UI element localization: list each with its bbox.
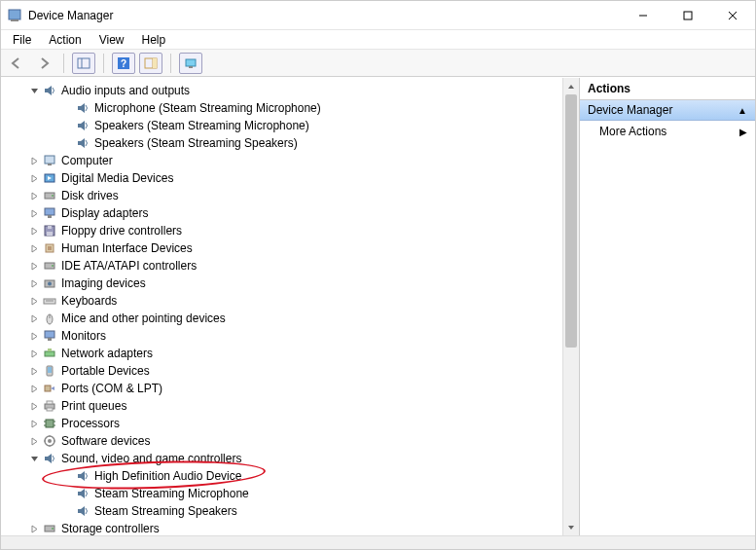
tree-category-16[interactable]: Software devices (7, 432, 562, 450)
tree-item-sound-2[interactable]: Steam Streaming Speakers (7, 502, 562, 520)
disk-icon (42, 521, 57, 535)
tree-item-label: Speakers (Steam Streaming Speakers) (94, 136, 298, 150)
show-hide-console-tree-button[interactable] (72, 53, 95, 74)
tree-category-sound[interactable]: Sound, video and game controllers (7, 450, 562, 467)
tree-category-13[interactable]: Ports (COM & LPT) (7, 380, 562, 397)
expand-icon (28, 209, 40, 218)
expand-icon (28, 420, 40, 428)
scroll-track[interactable] (563, 94, 579, 519)
tree-item-label: Floppy drive controllers (61, 224, 182, 238)
actions-pane: Actions Device Manager ▲ More Actions ▶ (580, 78, 755, 535)
scroll-up-button[interactable] (563, 78, 579, 94)
tree-category-audio[interactable]: Audio inputs and outputs (7, 82, 562, 99)
show-hide-action-pane-button[interactable] (139, 53, 162, 74)
window-title: Device Manager (28, 9, 113, 22)
tree-category-15[interactable]: Processors (7, 415, 562, 432)
speaker-icon (75, 118, 90, 133)
device-tree-pane: Audio inputs and outputsMicrophone (Stea… (1, 78, 580, 535)
tree-item-audio-0[interactable]: Microphone (Steam Streaming Microphone) (7, 99, 562, 117)
tree-item-label: High Definition Audio Device (94, 469, 241, 483)
toolbar-separator (103, 54, 104, 73)
tree-category-8[interactable]: Keyboards (7, 292, 562, 310)
network-icon (42, 346, 57, 361)
svg-rect-13 (186, 59, 196, 66)
tree-item-sound-0[interactable]: High Definition Audio Device (7, 467, 562, 485)
software-icon (42, 433, 57, 449)
tree-item-label: Imaging devices (61, 276, 146, 290)
tree-category-storage[interactable]: Storage controllers (7, 520, 562, 535)
vertical-scrollbar[interactable] (562, 78, 579, 535)
forward-button[interactable] (32, 53, 55, 74)
expand-icon (28, 385, 40, 393)
menu-action[interactable]: Action (41, 31, 89, 49)
actions-section-device-manager[interactable]: Device Manager ▲ (580, 100, 755, 121)
svg-point-52 (48, 439, 52, 443)
tree-category-14[interactable]: Print queues (7, 397, 562, 415)
help-button[interactable]: ? (112, 53, 135, 74)
expand-icon (28, 262, 40, 271)
disk-icon (42, 258, 57, 274)
menu-help[interactable]: Help (134, 31, 174, 49)
close-button[interactable] (710, 1, 755, 30)
tree-item-label: Sound, video and game controllers (61, 452, 241, 465)
tree-category-3[interactable]: Display adapters (7, 204, 562, 222)
tree-item-label: Storage controllers (61, 522, 160, 535)
svg-rect-37 (48, 338, 52, 341)
minimize-button[interactable] (621, 1, 666, 30)
tree-category-11[interactable]: Network adapters (7, 345, 562, 362)
tree-category-0[interactable]: Computer (7, 152, 562, 169)
tree-item-label: Microphone (Steam Streaming Microphone) (94, 101, 321, 115)
tree-category-4[interactable]: Floppy drive controllers (7, 222, 562, 239)
svg-rect-6 (78, 58, 90, 68)
svg-rect-36 (45, 331, 54, 338)
svg-point-31 (48, 282, 52, 286)
svg-rect-45 (47, 408, 53, 411)
maximize-button[interactable] (666, 1, 710, 30)
svg-rect-27 (48, 246, 52, 250)
expand-icon (28, 297, 40, 306)
expand-icon (28, 332, 40, 341)
app-icon (7, 8, 22, 23)
tree-item-label: Keyboards (61, 294, 117, 308)
tree-item-audio-2[interactable]: Speakers (Steam Streaming Speakers) (7, 134, 562, 152)
expand-icon (28, 279, 40, 288)
svg-rect-14 (189, 66, 193, 68)
expand-icon (28, 367, 40, 376)
tree-category-2[interactable]: Disk drives (7, 187, 562, 204)
tree-category-1[interactable]: Digital Media Devices (7, 169, 562, 187)
scroll-down-button[interactable] (563, 519, 579, 535)
tree-item-label: Steam Streaming Microphone (94, 487, 249, 500)
tree-category-7[interactable]: Imaging devices (7, 275, 562, 292)
tree-item-label: Audio inputs and outputs (61, 84, 190, 97)
svg-text:?: ? (121, 58, 126, 69)
tree-category-10[interactable]: Monitors (7, 327, 562, 345)
menu-view[interactable]: View (91, 31, 132, 49)
device-manager-window: Device Manager File Action View Help (0, 0, 756, 550)
svg-rect-46 (46, 420, 54, 427)
tree-item-label: Print queues (61, 399, 126, 413)
tree-item-label: Software devices (61, 434, 150, 448)
expand-icon (28, 314, 40, 323)
tree-item-sound-1[interactable]: Steam Streaming Microphone (7, 485, 562, 502)
scroll-thumb[interactable] (565, 94, 577, 348)
back-button[interactable] (5, 53, 28, 74)
tree-item-label: Computer (61, 154, 113, 167)
tree-category-12[interactable]: Portable Devices (7, 362, 562, 380)
floppy-icon (42, 223, 57, 238)
tree-category-6[interactable]: IDE ATA/ATAPI controllers (7, 257, 562, 275)
actions-item-label: More Actions (599, 125, 666, 138)
device-tree[interactable]: Audio inputs and outputsMicrophone (Stea… (1, 78, 562, 535)
actions-section-label: Device Manager (588, 103, 672, 117)
svg-rect-25 (48, 226, 52, 229)
statusbar (1, 535, 755, 549)
menu-file[interactable]: File (5, 31, 39, 49)
tree-item-audio-1[interactable]: Speakers (Steam Streaming Microphone) (7, 117, 562, 134)
scan-hardware-button[interactable] (179, 53, 202, 74)
tree-category-5[interactable]: Human Interface Devices (7, 239, 562, 257)
svg-rect-12 (153, 58, 157, 68)
svg-rect-16 (48, 164, 52, 165)
actions-more-actions[interactable]: More Actions ▶ (580, 121, 755, 142)
disk-icon (42, 188, 57, 203)
tree-category-9[interactable]: Mice and other pointing devices (7, 310, 562, 327)
speaker-icon (75, 486, 90, 501)
